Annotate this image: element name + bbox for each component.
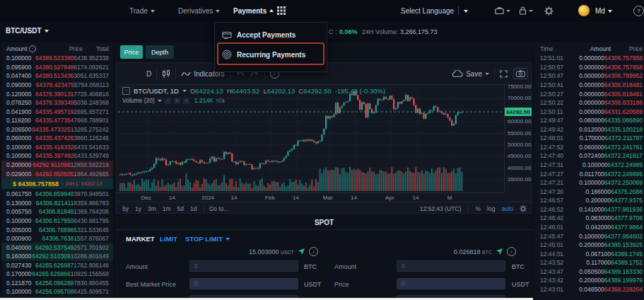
ask-row[interactable]: 0.07825064378.3393495038.248368 (1, 98, 113, 108)
info-icon[interactable]: i (309, 247, 318, 256)
trade-row[interactable]: 12:44:010.06710064389.1745 (534, 249, 644, 258)
trade-row[interactable]: 12:45:470.10000064377.994602 (534, 231, 644, 241)
trade-row[interactable]: 12:50:110.00000064331.620589 (534, 107, 644, 116)
nav-derivatives[interactable]: Derivatives (178, 0, 220, 21)
cursor-icon[interactable] (298, 248, 305, 255)
range-5y[interactable]: 5y (122, 205, 129, 212)
goto-button[interactable]: Go to... (209, 205, 229, 212)
trade-row[interactable]: 12:50:570.00000064306.757858 (534, 63, 644, 72)
trade-row[interactable]: 12:51:010.00000064306.757858 (534, 54, 644, 63)
ask-row[interactable]: 0.12000064378.3901317725.406816 (1, 89, 113, 98)
bid-row[interactable]: 0.02743064265.6269871762.806148 (1, 261, 113, 270)
user-avatar[interactable] (578, 5, 590, 16)
range-5d[interactable]: 5d (177, 205, 184, 212)
right-input-price[interactable] (397, 278, 505, 289)
symbol-label[interactable]: BTC/USDT, 1D (134, 87, 179, 95)
trade-row[interactable]: 12:47:270.01170064372.249895 (534, 169, 644, 178)
left-input-amount[interactable] (189, 260, 298, 272)
clock-label[interactable]: 12:52:43 (UTC) (420, 205, 462, 212)
ask-row[interactable]: 0.04740064380.5134363051.635337 (1, 71, 113, 81)
trade-row[interactable]: 12:47:400.07240064372.241917 (534, 151, 644, 161)
right-input-amount[interactable] (397, 260, 505, 272)
trade-row[interactable]: 12:47:200.18600064375.2688 (534, 187, 644, 196)
screenshot-button[interactable] (513, 68, 528, 79)
save-layout-button[interactable]: Save (452, 70, 489, 78)
menu-item-accept-payments[interactable]: Accept Payments (215, 25, 325, 44)
tab-price[interactable]: Price (120, 45, 143, 59)
settings-button[interactable] (544, 0, 554, 21)
trade-row[interactable]: 12:46:520.14100064377.961936 (534, 205, 644, 214)
ask-row[interactable]: 0.09590064380.5278486174.092621 (1, 63, 113, 72)
range-1y[interactable]: 1y (135, 205, 141, 212)
fullscreen-icon[interactable] (500, 70, 508, 78)
cursor-icon[interactable] (496, 248, 503, 255)
gear-icon[interactable] (520, 205, 527, 212)
pair-selector[interactable]: BTC/USDT (6, 27, 49, 35)
settings-icon[interactable]: ≡ (174, 98, 180, 104)
tab-depth[interactable]: Depth (146, 45, 174, 59)
left-input-best-market-price[interactable] (189, 278, 298, 289)
ask-row[interactable]: 0.10000064335.4163326433.541633 (1, 143, 113, 152)
percent-scale-button[interactable]: % (476, 205, 481, 212)
range-1d[interactable]: 1d (190, 205, 197, 212)
interval-button[interactable]: D (146, 70, 151, 78)
bid-row[interactable]: 0.06175064306.8599403970.948501 (1, 190, 113, 199)
bid-row[interactable]: 0.04000064292.5375492571.701502 (1, 243, 113, 252)
tab-market[interactable]: MARKET (126, 235, 155, 243)
bid-row[interactable]: 0.00090064306.76381557.876067 (1, 234, 113, 243)
time-axis[interactable]: Dec14202414Feb14Mar14Apr14M (117, 192, 504, 202)
tab-limit[interactable]: LIMIT (160, 235, 177, 243)
trade-row[interactable]: 12:43:010.04650064368.228204 (534, 285, 644, 294)
trade-row[interactable]: 12:43:420.20000064389.199979 (534, 276, 644, 285)
trade-row[interactable]: 12:47:210.10000064372.250069 (534, 178, 644, 188)
ask-row[interactable]: 0.10000064389.5233806438.952338 (1, 54, 113, 63)
ask-row[interactable]: 0.11920064335.4773547668.788901 (1, 116, 113, 125)
trade-row[interactable]: 12:50:470.00000064306.789952 (534, 71, 644, 81)
user-menu[interactable]: Md (595, 0, 612, 21)
ask-row[interactable]: 0.06000064335.4374263860.126246 (1, 134, 113, 143)
language-caret[interactable] (464, 0, 468, 21)
ask-row[interactable]: 0.20000064292.91109612858.582219 (1, 161, 113, 170)
trade-row[interactable]: 12:50:220.00000064306.833186 (534, 98, 644, 108)
range-3m[interactable]: 3m (148, 205, 156, 212)
close-icon[interactable]: × (183, 98, 189, 104)
apps-grid-icon[interactable] (277, 0, 286, 21)
bid-row[interactable]: 0.10000064306.8179506430.681795 (1, 217, 113, 226)
trade-row[interactable]: 12:50:410.00000064306.818481 (534, 81, 644, 90)
trade-row[interactable]: 12:48:010.17000064372.211787 (534, 134, 644, 143)
log-scale-button[interactable]: log (487, 205, 495, 212)
volume-indicator-label[interactable]: Volume (20) (122, 97, 155, 104)
nav-payments[interactable]: Payments (233, 0, 274, 21)
bid-row[interactable]: 0.00575064306.818481369.764206 (1, 207, 113, 217)
ask-row[interactable]: 0.10000064335.3974926433.539749 (1, 151, 113, 161)
bid-row[interactable]: 0.13000064306.8214118359.886783 (1, 199, 113, 208)
range-1m[interactable]: 1m (163, 205, 171, 212)
security-menu[interactable] (519, 0, 533, 21)
bid-row[interactable]: 0.10000064256.0957086425.609571 (1, 287, 113, 296)
help-button[interactable]: ? (633, 0, 644, 21)
auto-scale-button[interactable]: auto (501, 205, 513, 212)
tab-stop-limit[interactable]: STOP LIMIT (185, 235, 230, 243)
candle-style-icon[interactable] (162, 69, 170, 79)
ask-row[interactable]: 0.02900064292.8505051864.492665 (1, 169, 113, 178)
bid-row[interactable]: 0.16000064292.51030910286.801649 (1, 252, 113, 261)
ask-row[interactable]: 0.04190064335.4957192695.657271 (1, 107, 113, 116)
price-axis[interactable]: 75000.0070000.0060000.0055000.0050000.00… (504, 84, 532, 192)
ask-row[interactable]: 0.09000064378.4234755794.058113 (1, 81, 113, 90)
trade-row[interactable]: 12:46:420.08300064377.9708 (534, 214, 644, 223)
eye-icon[interactable]: ○ (165, 98, 171, 104)
select-language[interactable]: Select Language (401, 0, 454, 21)
trade-row[interactable]: 12:49:420.01200064335.100218 (534, 125, 644, 134)
trade-row[interactable]: 12:47:520.06000064372.241761 (534, 143, 644, 152)
trade-row[interactable]: 12:46:010.04200064377.9864 (534, 223, 644, 232)
nav-trade[interactable]: Trade (129, 0, 155, 21)
trade-row[interactable]: 12:43:520.11700064389.1752 (534, 258, 644, 267)
trade-row[interactable]: 12:45:010.20000064380.153925 (534, 241, 644, 250)
bid-row[interactable]: 0.00500064306.768965321.533645 (1, 225, 113, 234)
ask-row[interactable]: 0.20650064335.47332513285.275242 (1, 125, 113, 134)
trade-row[interactable]: 12:49:470.08000064335.086890 (534, 116, 644, 125)
collapse-icon[interactable]: − (122, 87, 130, 95)
trade-row[interactable]: 12:50:270.00000064306.818481 (534, 89, 644, 98)
wallet-menu[interactable] (495, 0, 510, 21)
info-icon[interactable]: i (507, 247, 516, 256)
